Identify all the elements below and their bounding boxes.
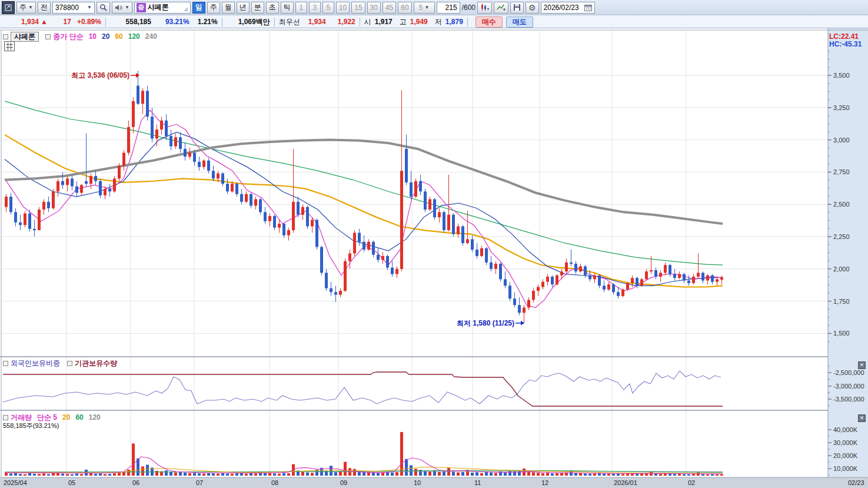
stock-name: 샤페론 [148, 2, 169, 12]
minute-label: 1 [300, 4, 304, 12]
svg-text:-2,500,000: -2,500,000 [833, 369, 864, 376]
save-chart-button[interactable] [510, 2, 524, 14]
volma20-legend: 20 [62, 413, 70, 421]
tab-period-year[interactable]: 년 [237, 2, 250, 14]
svg-text:1,750: 1,750 [833, 298, 850, 305]
bar-count-value: 215 [445, 4, 457, 12]
chart-settings-button[interactable]: ⚙ [526, 2, 539, 14]
legend-square-icon[interactable] [45, 34, 51, 39]
price-change: 17 [48, 18, 71, 26]
ma240-legend: 240 [145, 32, 157, 41]
stock-code-value: 378800 [55, 4, 79, 12]
stock-name-box[interactable]: 증 샤페론 [134, 2, 191, 14]
sound-alert-button[interactable]: ▼ [112, 2, 132, 14]
sell-button[interactable]: 매도 [506, 16, 533, 28]
panel-icon [5, 4, 12, 11]
minute-3-button[interactable]: 3 [309, 2, 321, 14]
svg-text:02: 02 [688, 479, 695, 486]
minute-label: 60 [401, 4, 408, 12]
hc-value: HC:-45.31 [829, 40, 862, 48]
draw-tool-button[interactable] [494, 2, 508, 14]
svg-text:08: 08 [271, 479, 278, 486]
minute-60-button[interactable]: 60 [398, 2, 411, 14]
minute-30-button[interactable]: 30 [367, 2, 381, 14]
best-ask: 1,934 [308, 18, 326, 26]
stock-chart-window: 주▼ 전 378800▼ ▼ 증 샤페론 일 주 월 년 분 초 틱 1 3 5… [0, 0, 868, 488]
legend-square-icon[interactable] [67, 361, 72, 366]
chart-canvas[interactable]: 3,5003,2503,0002,7502,5002,2502,0001,750… [0, 28, 868, 488]
divider [467, 18, 468, 26]
sub-interval-value: 5 [419, 4, 423, 12]
svg-text:12: 12 [541, 479, 548, 486]
best-quote-label: 최우선 [279, 17, 300, 27]
svg-text:2,750: 2,750 [833, 168, 850, 175]
divider [274, 18, 275, 26]
toolbar: 주▼ 전 378800▼ ▼ 증 샤페론 일 주 월 년 분 초 틱 1 3 5… [0, 0, 868, 15]
minute-label: 15 [354, 4, 362, 12]
svg-text:10: 10 [414, 479, 421, 486]
volume-sub-label: 558,185주(93.21%) [3, 421, 59, 430]
date-picker[interactable]: 2026/02/23 [541, 2, 595, 14]
ma60-legend: 60 [115, 32, 122, 41]
tab-period-week[interactable]: 주 [207, 2, 220, 14]
sub-interval-combo[interactable]: 5▼ [414, 2, 435, 14]
minute-15-button[interactable]: 15 [351, 2, 365, 14]
turnover-ratio: 1.21% [198, 18, 218, 26]
divider [105, 18, 106, 26]
svg-text:05: 05 [68, 479, 75, 486]
market-badge: 증 [137, 3, 146, 12]
svg-text:3,000: 3,000 [833, 137, 850, 144]
svg-text:최저 1,580 (11/25): 최저 1,580 (11/25) [457, 319, 514, 327]
best-bid: 1,922 [338, 18, 355, 26]
divider [222, 18, 222, 26]
volume-ratio: 93.21% [165, 18, 189, 26]
minute-label: 30 [370, 4, 378, 12]
legend-square-icon[interactable] [3, 415, 8, 420]
prev-stock-button[interactable]: 전 [38, 2, 51, 14]
lc-value: LC:22.41 [829, 32, 859, 41]
bar-total-label: /600 [462, 4, 475, 12]
chart-stock-name-chip[interactable]: 샤페론 [11, 32, 39, 42]
speaker-icon [115, 4, 123, 11]
svg-text:2025/04: 2025/04 [4, 479, 27, 486]
floppy-disk-icon [513, 4, 521, 11]
minute-label: 5 [327, 4, 331, 12]
stock-code-input[interactable]: 378800▼ [52, 2, 95, 14]
tab-period-minute[interactable]: 분 [251, 2, 264, 14]
ma10-legend: 10 [89, 32, 97, 41]
tab-label: 분 [254, 2, 261, 12]
minute-1-button[interactable]: 1 [295, 2, 307, 14]
minute-45-button[interactable]: 45 [383, 2, 396, 14]
svg-text:2,500: 2,500 [833, 201, 850, 208]
svg-text:2,250: 2,250 [833, 233, 850, 240]
chart-mode-value: 주 [19, 2, 26, 12]
grid-tool-icon[interactable] [4, 41, 15, 51]
close-volume-panel-icon[interactable]: ✕ [858, 414, 866, 422]
minute-5-button[interactable]: 5 [322, 2, 334, 14]
bar-count-input[interactable]: 215 [437, 2, 460, 14]
volume-value: 558,185 [110, 18, 151, 26]
dual-candle-plus-icon [480, 4, 489, 11]
chevron-down-icon: ▼ [125, 5, 129, 10]
chart-mode-combo[interactable]: 주▼ [16, 2, 36, 14]
tab-label: 주 [210, 2, 217, 12]
chart-area[interactable]: 3,5003,2503,0002,7502,5002,2502,0001,750… [0, 28, 868, 488]
svg-text:11: 11 [474, 479, 481, 486]
buy-button[interactable]: 매수 [475, 16, 503, 28]
legend-square-icon[interactable] [3, 34, 8, 39]
svg-text:40,000K: 40,000K [833, 426, 858, 433]
tab-period-month[interactable]: 월 [222, 2, 235, 14]
tab-period-second[interactable]: 초 [266, 2, 279, 14]
search-button[interactable] [97, 2, 110, 14]
tab-period-day[interactable]: 일 [192, 2, 205, 14]
foreign-ratio-legend: 외국인보유비중 [11, 359, 60, 367]
tab-period-tick[interactable]: 틱 [281, 2, 294, 14]
tab-label: 월 [225, 2, 232, 12]
foreign-panel-legend: 외국인보유비중 기관보유수량 [3, 358, 122, 369]
close-foreign-panel-icon[interactable]: ✕ [858, 361, 866, 369]
minute-10-button[interactable]: 10 [336, 2, 350, 14]
window-menu-icon[interactable] [2, 1, 15, 14]
compare-chart-button[interactable] [477, 2, 492, 14]
resize-grip-icon [184, 4, 188, 12]
legend-square-icon[interactable] [3, 361, 8, 366]
